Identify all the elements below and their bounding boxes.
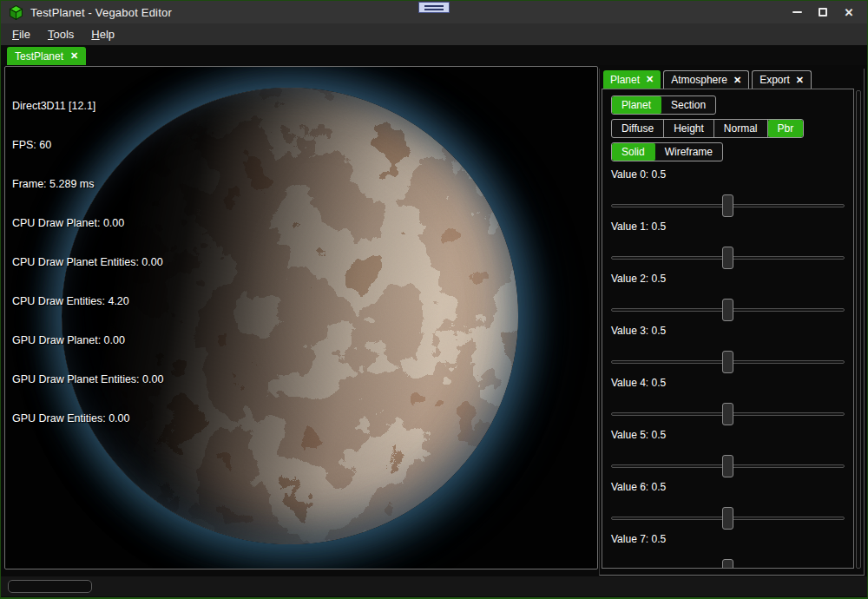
minimize-icon — [792, 11, 802, 13]
panel-tabstrip: Planet ✕ Atmosphere ✕ Export ✕ — [600, 69, 864, 89]
window-drag-handle[interactable] — [418, 2, 450, 13]
value3-row: Value 3: 0.5 — [611, 323, 845, 370]
close-button[interactable]: ✕ — [836, 2, 862, 23]
value4-row: Value 4: 0.5 — [611, 375, 845, 422]
value2-slider[interactable] — [611, 299, 845, 321]
toggle-height[interactable]: Height — [664, 120, 714, 137]
value1-slider[interactable] — [611, 247, 845, 269]
map-mode-group: Diffuse Height Normal Pbr — [611, 119, 845, 138]
value4-label: Value 4: 0.5 — [611, 375, 845, 389]
panel-tab-close-icon[interactable]: ✕ — [796, 76, 804, 85]
window-controls: ✕ — [784, 1, 862, 23]
panel-tab-label: Atmosphere — [671, 74, 727, 86]
panel-tab-close-icon[interactable]: ✕ — [733, 76, 741, 85]
menu-item-tools[interactable]: Tools — [39, 25, 82, 43]
value6-slider[interactable] — [611, 507, 845, 530]
panel-tab-atmosphere[interactable]: Atmosphere ✕ — [663, 70, 749, 89]
panel-tab-planet[interactable]: Planet ✕ — [603, 70, 661, 89]
toggle-pbr[interactable]: Pbr — [768, 120, 804, 137]
slider-thumb[interactable] — [722, 299, 733, 321]
debug-line: GPU Draw Planet Entities: 0.00 — [12, 373, 163, 386]
planet-3d-viewport[interactable]: Direct3D11 [12.1] FPS: 60 Frame: 5.289 m… — [4, 66, 598, 569]
render-mode-group: Solid Wireframe — [611, 142, 845, 161]
app-logo-cube-icon — [9, 5, 23, 20]
value7-slider[interactable] — [611, 559, 845, 569]
toggle-wireframe[interactable]: Wireframe — [655, 143, 722, 161]
slider-thumb[interactable] — [722, 559, 733, 569]
panel-content: Planet Section Diffuse Height Normal Pbr… — [602, 89, 854, 569]
debug-line: FPS: 60 — [12, 139, 163, 152]
tab-label: TestPlanet — [15, 50, 63, 63]
toggle-diffuse[interactable]: Diffuse — [612, 120, 664, 137]
value0-label: Value 0: 0.5 — [611, 167, 845, 181]
maximize-button[interactable] — [810, 2, 836, 23]
value0-row: Value 0: 0.5 — [611, 167, 845, 214]
debug-line: GPU Draw Entities: 0.00 — [12, 412, 163, 425]
window-title: TestPlanet - Vegabot Editor — [30, 6, 172, 19]
debug-overlay: Direct3D11 [12.1] FPS: 60 Frame: 5.289 m… — [12, 74, 163, 451]
toggle-section[interactable]: Section — [661, 96, 715, 114]
statusbar — [1, 576, 867, 596]
debug-line: CPU Draw Planet Entities: 0.00 — [12, 256, 163, 269]
drag-handle-line — [424, 5, 444, 7]
value2-label: Value 2: 0.5 — [611, 271, 845, 285]
minimize-button[interactable] — [784, 2, 810, 23]
tab-close-icon[interactable]: ✕ — [70, 51, 78, 61]
menubar: File Tools Help — [1, 23, 867, 45]
debug-line: Direct3D11 [12.1] — [12, 100, 163, 113]
value0-slider[interactable] — [611, 194, 845, 217]
debug-line: GPU Draw Planet: 0.00 — [12, 334, 163, 347]
main-area: Direct3D11 [12.1] FPS: 60 Frame: 5.289 m… — [1, 65, 867, 576]
slider-thumb[interactable] — [722, 194, 733, 217]
value4-slider[interactable] — [611, 403, 845, 425]
value5-label: Value 5: 0.5 — [611, 427, 845, 441]
drag-handle-line — [424, 9, 444, 10]
close-icon: ✕ — [845, 7, 854, 18]
value5-row: Value 5: 0.5 — [611, 427, 845, 474]
slider-thumb[interactable] — [722, 507, 733, 530]
slider-thumb[interactable] — [722, 403, 733, 425]
toggle-normal[interactable]: Normal — [714, 120, 768, 137]
document-tabstrip: TestPlanet ✕ — [1, 45, 867, 65]
properties-panel: Planet ✕ Atmosphere ✕ Export ✕ Planet Se… — [599, 69, 865, 576]
value2-row: Value 2: 0.5 — [611, 271, 845, 318]
slider-thumb[interactable] — [722, 455, 733, 477]
value5-slider[interactable] — [611, 455, 845, 477]
debug-line: Frame: 5.289 ms — [12, 178, 163, 191]
panel-tab-close-icon[interactable]: ✕ — [646, 75, 654, 84]
panel-tab-export[interactable]: Export ✕ — [752, 70, 812, 89]
slider-thumb[interactable] — [722, 351, 733, 373]
value6-row: Value 6: 0.5 — [611, 479, 845, 526]
status-progress-bar — [8, 580, 92, 593]
app-window: TestPlanet - Vegabot Editor ✕ File Tools… — [0, 0, 868, 599]
value7-row: Value 7: 0.5 — [611, 531, 845, 569]
value7-label: Value 7: 0.5 — [611, 531, 845, 545]
debug-line: CPU Draw Planet: 0.00 — [12, 217, 163, 230]
toggle-planet[interactable]: Planet — [612, 96, 661, 114]
panel-tab-label: Planet — [610, 74, 640, 86]
menu-item-file[interactable]: File — [3, 25, 39, 43]
titlebar: TestPlanet - Vegabot Editor ✕ — [1, 1, 867, 23]
panel-tab-label: Export — [760, 74, 790, 86]
tab-testplanet[interactable]: TestPlanet ✕ — [7, 47, 86, 65]
value3-label: Value 3: 0.5 — [611, 323, 845, 337]
value6-label: Value 6: 0.5 — [611, 479, 845, 493]
toggle-solid[interactable]: Solid — [612, 143, 655, 161]
menu-item-help[interactable]: Help — [82, 25, 123, 43]
view-mode-group: Planet Section — [611, 95, 845, 115]
value1-label: Value 1: 0.5 — [611, 219, 845, 233]
debug-line: CPU Draw Entities: 4.20 — [12, 295, 163, 308]
slider-thumb[interactable] — [722, 247, 733, 269]
maximize-icon — [819, 8, 827, 16]
value3-slider[interactable] — [611, 351, 845, 373]
panel-scrollbar[interactable] — [856, 90, 861, 569]
value1-row: Value 1: 0.5 — [611, 219, 845, 266]
